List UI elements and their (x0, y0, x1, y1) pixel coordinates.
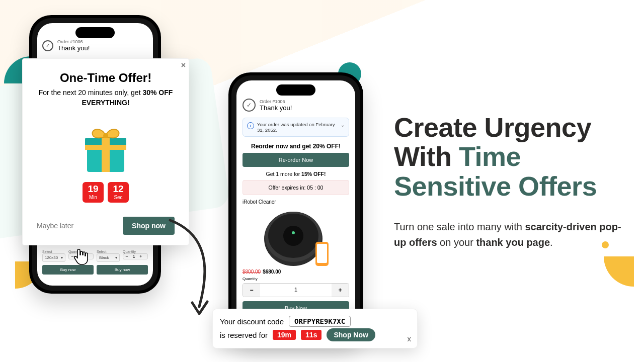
order-update-alert[interactable]: i Your order was updated on February 31,… (243, 118, 349, 137)
thank-you-text: Thank you! (57, 44, 90, 52)
product-image (236, 207, 355, 268)
toast-line1: Your discount code (220, 317, 284, 326)
variant-select[interactable]: 120x30▾ (42, 253, 65, 262)
reorder-headline: Reorder now and get 20% OFF! (243, 143, 349, 150)
headline: Create Urgency With Time Sensitive Offer… (394, 113, 624, 201)
svg-rect-2 (102, 138, 110, 172)
select-label: Select (97, 250, 120, 253)
buy-now-button[interactable]: Buy now (97, 265, 148, 275)
discount-code[interactable]: ORFPYRE9K7XC (289, 316, 351, 327)
cursor-hand-icon (73, 248, 89, 265)
svg-rect-3 (85, 145, 126, 150)
price: $800.00$680.00 (243, 269, 349, 275)
qty-label: Quantity (243, 277, 349, 281)
qty-minus[interactable]: − (243, 284, 260, 297)
svg-point-9 (292, 231, 295, 234)
phone-right: ✓ Order #1006 Thank you! i Your order wa… (228, 72, 363, 344)
popup-body: For the next 20 minutes only, get 30% OF… (34, 88, 178, 108)
qty-label: Quantity (123, 250, 148, 253)
chevron-down-icon: ▾ (61, 255, 63, 260)
svg-point-4 (103, 133, 108, 138)
discount-toast: Your discount code ORFPYRE9K7XC is reser… (212, 309, 418, 348)
chevron-down-icon: ⌄ (341, 122, 345, 128)
toast-line2: is reserved for (220, 331, 268, 339)
check-icon: ✓ (243, 99, 256, 112)
chevron-down-icon: ▾ (115, 255, 117, 260)
timer-sec: 12Sec (108, 182, 129, 203)
info-icon: i (247, 122, 254, 129)
yellow-quarter-right (604, 256, 634, 287)
timer-min: 19m (273, 330, 296, 340)
close-icon[interactable]: × (181, 61, 186, 70)
color-select[interactable]: Black▾ (97, 253, 120, 262)
buy-now-button[interactable]: Buy now (42, 265, 94, 275)
order-tag: Order #1006 (260, 99, 292, 104)
svg-point-8 (283, 226, 303, 246)
countdown: 19Min 12Sec (34, 182, 178, 203)
gift-icon (34, 119, 178, 175)
product-name: iRobot Cleaner (243, 199, 349, 205)
timer-sec: 11s (301, 330, 321, 340)
thank-you-text: Thank you! (260, 104, 292, 112)
close-icon[interactable]: x (408, 334, 412, 343)
get-one-more: Get 1 more for 15% OFF! (243, 171, 349, 177)
dynamic-island (276, 84, 315, 96)
qty-plus[interactable]: + (332, 284, 349, 297)
quantity-stepper[interactable]: −1+ (123, 253, 148, 259)
select-label: Select (42, 250, 65, 253)
popup-title: One-Time Offer! (34, 71, 178, 85)
subheadline: Turn one sale into many with scarcity-dr… (394, 219, 625, 250)
svg-rect-11 (317, 244, 327, 263)
offer-expires: Offer expires in: 05 : 00 (243, 180, 349, 195)
timer-min: 19Min (83, 182, 104, 203)
shop-now-button[interactable]: Shop Now (327, 328, 375, 341)
qty-value: 1 (260, 284, 332, 297)
maybe-later-link[interactable]: Maybe later (37, 222, 73, 230)
reorder-button[interactable]: Re-order Now (243, 153, 349, 167)
arrow-icon (164, 216, 234, 317)
order-tag: Order #1006 (57, 39, 90, 44)
check-icon: ✓ (42, 40, 53, 51)
quantity-stepper[interactable]: − 1 + (243, 283, 349, 297)
